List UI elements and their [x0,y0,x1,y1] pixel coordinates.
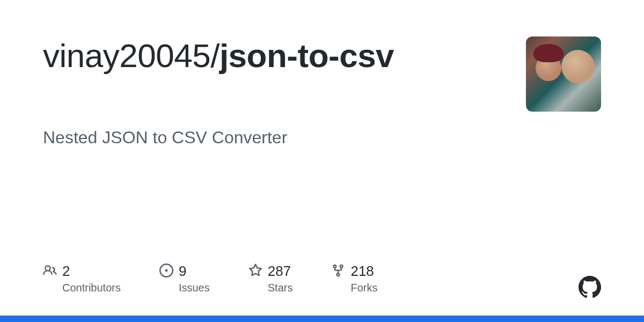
issue-icon [159,264,173,280]
contributors-stat[interactable]: 2 Contributors [43,263,121,294]
repo-description: Nested JSON to CSV Converter [43,128,601,148]
repo-name[interactable]: json-to-csv [219,37,394,74]
stars-label: Stars [268,282,293,294]
forks-stat[interactable]: 218 Forks [331,263,377,294]
stars-stat[interactable]: 287 Stars [248,263,293,294]
forks-label: Forks [350,282,377,294]
stars-count: 287 [268,263,291,280]
stats-row: 2 Contributors 9 Issues 287 Stars [43,263,601,294]
star-icon [248,264,262,280]
slash-separator: / [210,37,219,74]
accent-bar [0,316,644,322]
repo-title: vinay20045/json-to-csv [43,36,504,75]
owner-avatar[interactable] [526,36,601,112]
issues-count: 9 [179,263,186,280]
repo-owner[interactable]: vinay20045 [43,37,210,74]
issues-stat[interactable]: 9 Issues [159,263,210,294]
people-icon [43,264,57,280]
issues-label: Issues [179,282,210,294]
contributors-label: Contributors [62,282,121,294]
contributors-count: 2 [62,263,70,280]
forks-count: 218 [350,263,374,280]
fork-icon [331,264,345,280]
github-logo-icon[interactable] [579,276,601,298]
